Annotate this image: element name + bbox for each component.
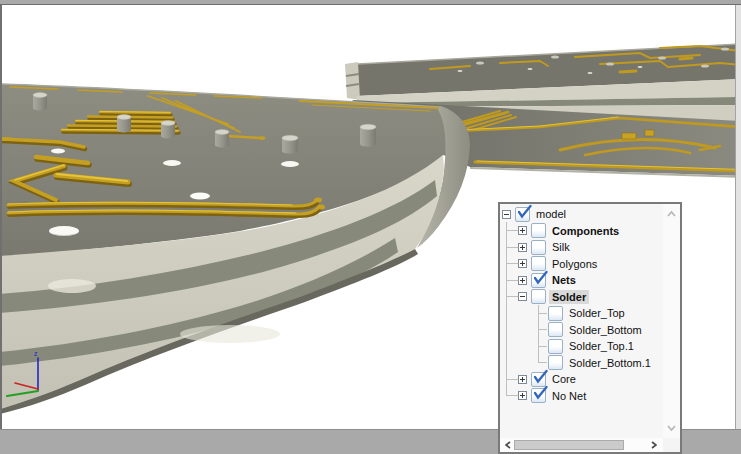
expander-icon[interactable] [518,276,527,285]
visibility-checkbox[interactable] [531,289,546,304]
model-tree-content: model Components Silk Polygons [500,204,680,452]
tree-item-model[interactable]: model [502,206,660,223]
scrollbar-thumb[interactable] [514,440,624,450]
expander-icon[interactable] [518,375,527,384]
visibility-checkbox[interactable] [548,322,563,337]
tree-item-polygons[interactable]: Polygons [502,256,660,273]
expander-icon[interactable] [518,391,527,400]
tree-item-core[interactable]: Core [502,371,660,388]
tree-item-solder-bottom-1[interactable]: Solder_Bottom.1 [502,355,660,372]
tree-item-no-net[interactable]: No Net [502,388,660,405]
z-axis-label: z [34,350,38,357]
expander-icon[interactable] [518,226,527,235]
window-top-border [0,4,741,5]
scrollbar-corner [663,438,680,452]
application-window: z [0,0,741,454]
expander-icon[interactable] [502,210,511,219]
visibility-checkbox[interactable] [548,355,563,370]
visibility-checkbox[interactable] [548,306,563,321]
model-tree: model Components Silk Polygons [502,206,660,404]
tree-item-label[interactable]: Components [549,224,622,238]
tree-item-solder-bottom[interactable]: Solder_Bottom [502,322,660,339]
tree-item-nets[interactable]: Nets [502,272,660,289]
tree-item-solder-top[interactable]: Solder_Top [502,305,660,322]
scroll-right-icon[interactable] [651,441,657,449]
tree-item-label[interactable]: Nets [549,273,579,287]
tree-item-label[interactable]: model [533,207,569,221]
tree-item-label[interactable]: Solder_Bottom.1 [566,356,654,370]
expander-icon[interactable] [518,292,527,301]
tree-item-label[interactable]: Solder_Top.1 [566,339,637,353]
tree-item-label[interactable]: Solder [549,290,589,304]
visibility-checkbox[interactable] [531,240,546,255]
scroll-left-icon[interactable] [505,441,511,449]
tree-item-components[interactable]: Components [502,223,660,240]
horizontal-scrollbar[interactable] [500,438,663,452]
tree-item-solder[interactable]: Solder [502,289,660,306]
visibility-checkbox[interactable] [531,273,546,288]
tree-item-label[interactable]: No Net [549,389,589,403]
tree-item-label[interactable]: Polygons [549,257,600,271]
expander-icon[interactable] [518,259,527,268]
visibility-checkbox[interactable] [531,223,546,238]
model-tree-panel: model Components Silk Polygons [498,202,682,454]
vertical-scrollbar[interactable] [663,204,680,438]
tree-item-label[interactable]: Core [549,372,579,386]
visibility-checkbox[interactable] [548,339,563,354]
board-edge-stack [345,62,360,100]
visibility-checkbox[interactable] [515,207,530,222]
window-left-border [0,5,2,430]
scroll-down-icon[interactable] [667,424,676,432]
expander-icon[interactable] [518,243,527,252]
window-right-margin [736,5,741,430]
visibility-checkbox[interactable] [531,388,546,403]
tree-item-silk[interactable]: Silk [502,239,660,256]
tree-item-label[interactable]: Silk [549,240,573,254]
tree-item-label[interactable]: Solder_Top [566,306,628,320]
tree-item-solder-top-1[interactable]: Solder_Top.1 [502,338,660,355]
scroll-up-icon[interactable] [667,210,676,218]
tree-item-label[interactable]: Solder_Bottom [566,323,645,337]
